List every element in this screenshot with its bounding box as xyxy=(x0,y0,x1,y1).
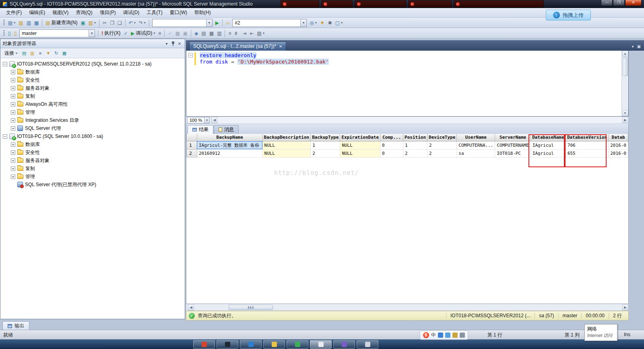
results-to-file-icon[interactable]: ▥ xyxy=(215,30,223,37)
taskbar-item-6[interactable] xyxy=(310,340,332,349)
tree-item[interactable]: +AlwaysOn 高可用性 xyxy=(0,100,185,108)
find-icon[interactable]: ◎▾ xyxy=(308,19,318,27)
grid-column-header[interactable]: DeviceType xyxy=(427,134,457,141)
taskbar-item-1[interactable] xyxy=(193,340,215,349)
editor-horizontal-scrollbar[interactable] xyxy=(217,117,622,123)
expand-icon[interactable]: + xyxy=(11,150,15,155)
document-tab[interactable]: SQLQuery5.sql - I...2.master (sa (57))* … xyxy=(189,41,286,51)
tree-item[interactable]: +服务器对象 xyxy=(0,156,185,164)
window-layout-icon[interactable]: ▢▾ xyxy=(334,19,344,27)
taskbar-item-3[interactable] xyxy=(240,340,262,349)
grid-cell[interactable]: NULL xyxy=(340,141,380,149)
grid-corner-cell[interactable] xyxy=(187,134,197,141)
parse-query-icon[interactable]: ✓ xyxy=(166,30,173,37)
menu-view[interactable]: 视图(V) xyxy=(49,8,72,17)
stop-icon[interactable]: ■ xyxy=(157,30,163,37)
active-files-icon[interactable]: ▾ xyxy=(632,44,634,49)
expand-icon[interactable]: + xyxy=(11,94,15,99)
grid-column-header[interactable]: BackupType xyxy=(311,134,340,141)
grid-cell[interactable]: 1 xyxy=(403,141,427,149)
tree-item[interactable]: +管理 xyxy=(0,172,185,181)
save-all-icon[interactable]: ▦ xyxy=(33,19,40,27)
change-connection-icon[interactable]: ▯ xyxy=(12,30,19,37)
refresh-icon[interactable]: ↻ xyxy=(53,49,60,57)
menu-project[interactable]: 项目(P) xyxy=(96,8,120,17)
estimated-plan-icon[interactable]: ▦ xyxy=(174,30,182,37)
scroll-right-icon[interactable]: ▶ xyxy=(622,117,628,123)
find-combo[interactable]: #2▾ xyxy=(232,19,307,27)
tab-results[interactable]: 结果 xyxy=(188,125,213,134)
grid-cell[interactable]: 1 xyxy=(311,141,340,149)
scrollbar-thumb[interactable]: ▮▮▮ xyxy=(229,305,273,310)
filter-icon[interactable]: ▼ xyxy=(318,19,326,27)
menu-tools[interactable]: 工具(T) xyxy=(143,8,166,17)
grid-cell[interactable]: 2016-0 xyxy=(609,149,628,157)
upload-button[interactable]: ↑ 拖拽上传 xyxy=(546,10,591,21)
scroll-left-icon[interactable]: ◀ xyxy=(188,304,194,310)
grid-cell[interactable]: 0 xyxy=(380,141,403,149)
expand-icon[interactable]: + xyxy=(11,142,15,147)
toolbar-grip[interactable] xyxy=(3,20,5,26)
taskbar-item-7[interactable] xyxy=(333,340,355,349)
open-file-icon[interactable]: ▨ xyxy=(17,19,25,27)
comment-icon[interactable]: ≡ xyxy=(227,30,233,37)
tree-item[interactable]: −IOT018-PC\MSSQLSERVER2012 (SQL Server 1… xyxy=(0,60,185,68)
grid-cell[interactable]: NULL xyxy=(262,149,311,157)
tree-item[interactable]: +SQL Server 代理 xyxy=(0,124,185,132)
chevron-down-icon[interactable]: ▾ xyxy=(206,19,212,27)
expand-icon[interactable]: + xyxy=(11,78,15,82)
grid-cell[interactable]: NULL xyxy=(340,149,380,157)
debug-button[interactable]: ▶调试(D)▾ xyxy=(129,29,157,37)
grid-row-header[interactable]: 2 xyxy=(187,149,197,157)
scroll-down-icon[interactable]: ▼ xyxy=(622,110,628,116)
new-file-icon[interactable]: ▤▾ xyxy=(6,19,17,27)
grid-row-header[interactable]: 1 xyxy=(187,141,197,149)
menu-query[interactable]: 查询(Q) xyxy=(72,8,96,17)
close-icon[interactable]: ✕ xyxy=(279,44,282,49)
float-window-icon[interactable]: ▣ xyxy=(637,44,641,49)
tree-item[interactable]: +数据库 xyxy=(0,68,185,76)
pin-icon[interactable] xyxy=(170,41,176,46)
available-databases-combo[interactable]: master▾ xyxy=(19,29,95,37)
editor-vertical-scrollbar[interactable]: ▲ ▼ xyxy=(621,51,628,116)
grid-cell[interactable]: 2 xyxy=(427,149,457,157)
window-position-icon[interactable]: ▾ xyxy=(163,41,170,46)
disconnect-icon[interactable]: ▥ xyxy=(29,49,36,57)
background-window-3[interactable] xyxy=(355,0,406,8)
maximize-button[interactable]: ❐ xyxy=(613,0,625,6)
grid-cell[interactable]: 2 xyxy=(427,141,457,149)
properties-icon[interactable]: ✱ xyxy=(326,19,334,27)
zoom-combo[interactable]: 100 % ▾ xyxy=(187,117,210,123)
results-to-text-icon[interactable]: ▤ xyxy=(200,30,207,37)
chevron-down-icon[interactable]: ▾ xyxy=(204,117,209,123)
new-query-button[interactable]: ▤新建查询(N) xyxy=(44,18,79,27)
expand-icon[interactable]: + xyxy=(11,70,15,74)
grid-cell[interactable]: 20160912 xyxy=(197,149,262,157)
tree-item[interactable]: −IOT018-PC (SQL Server 10.0.1600 - sa) xyxy=(0,132,185,140)
scroll-up-icon[interactable]: ▲ xyxy=(622,51,628,57)
tree-item[interactable]: +安全性 xyxy=(0,148,185,156)
expand-icon[interactable]: + xyxy=(11,158,15,163)
expand-icon[interactable]: + xyxy=(11,174,15,179)
taskbar-item-4[interactable] xyxy=(263,340,285,349)
database-engine-query-icon[interactable]: ▣ xyxy=(79,19,87,27)
tree-item[interactable]: SQL Server 代理(已禁用代理 XP) xyxy=(0,181,185,189)
grid-column-header[interactable]: ExpirationDate xyxy=(340,134,380,141)
tree-item[interactable]: +管理 xyxy=(0,108,185,116)
menu-file[interactable]: 文件(F) xyxy=(2,8,25,17)
tree-item[interactable]: +复制 xyxy=(0,92,185,100)
sogou-logo-icon[interactable]: S xyxy=(423,332,429,338)
query-options-icon[interactable]: ▣ xyxy=(182,30,189,37)
connect-icon[interactable]: ▯ xyxy=(6,30,12,37)
menu-help[interactable]: 帮助(H) xyxy=(191,8,215,17)
filter-icon[interactable]: ▼ xyxy=(45,49,52,57)
minimize-button[interactable]: — xyxy=(601,0,613,6)
indent-icon[interactable]: ⇥ xyxy=(241,30,248,37)
expand-icon[interactable]: + xyxy=(11,102,15,107)
ime-user-icon[interactable] xyxy=(452,333,458,338)
collapse-icon[interactable]: − xyxy=(3,134,7,139)
background-window-5[interactable] xyxy=(454,0,544,8)
connect-button[interactable]: 连接 ▾ xyxy=(2,49,19,57)
bookmark-icon[interactable]: ▱ xyxy=(224,19,231,27)
grid-column-header[interactable]: Datab xyxy=(609,134,628,141)
